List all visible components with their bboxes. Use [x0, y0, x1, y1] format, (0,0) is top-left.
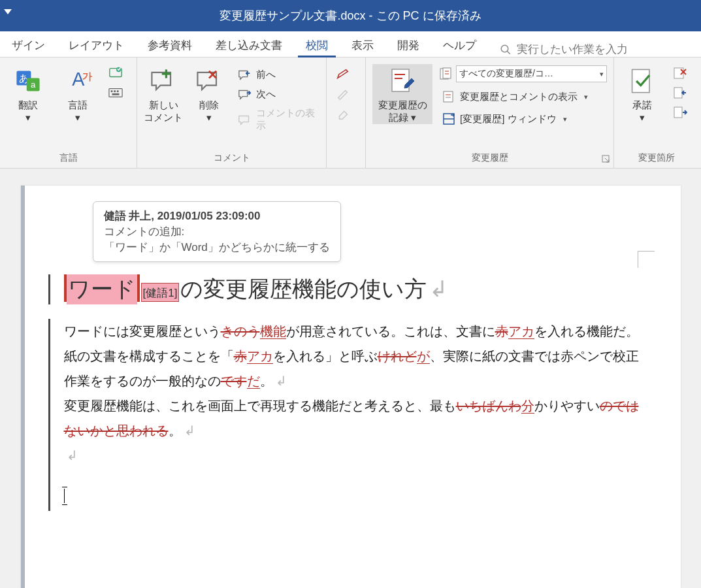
- comment-tooltip: 健語 井上, 2019/01/05 23:09:00 コメントの追加: 「ワード…: [93, 201, 341, 262]
- svg-rect-32: [632, 69, 649, 92]
- title-save-state: この PC に保存済み: [376, 8, 481, 24]
- heading-rest[interactable]: の変更履歴機能の使い方: [180, 274, 427, 304]
- tooltip-text: 「ワード」か「Word」かどちらかに統一する: [104, 240, 330, 255]
- svg-text:가: 가: [82, 71, 92, 82]
- accessibility-icon: [108, 67, 123, 80]
- document-canvas[interactable]: 健語 井上, 2019/01/05 23:09:00 コメントの追加: 「ワード…: [0, 169, 701, 588]
- svg-rect-37: [674, 107, 682, 118]
- group-label-comments: コメント: [144, 150, 319, 168]
- document-page[interactable]: 健語 井上, 2019/01/05 23:09:00 コメントの追加: 「ワード…: [21, 186, 681, 588]
- group-tracking: 変更履歴の 記録 ▾ すべての変更履歴/コ… ▾ 変更履歴とコメントの表示 ▾: [366, 57, 614, 168]
- svg-rect-19: [392, 69, 409, 91]
- heading-highlight[interactable]: ワード: [67, 274, 137, 304]
- tab-developer[interactable]: 開発: [385, 33, 431, 57]
- previous-comment-button[interactable]: 前へ: [235, 67, 319, 82]
- pencil-icon: [336, 88, 350, 101]
- group-label-tracking: 変更履歴: [372, 150, 607, 168]
- tell-me-placeholder: 実行したい作業を入力: [517, 42, 628, 57]
- svg-line-1: [507, 51, 510, 54]
- accessibility-button[interactable]: [106, 65, 125, 81]
- new-comment-icon: [149, 67, 178, 95]
- comment-anchor-bar: [137, 274, 140, 302]
- display-mode-icon: [439, 67, 452, 80]
- next-comment-button[interactable]: 次へ: [235, 86, 319, 102]
- previous-change-button[interactable]: [670, 85, 690, 101]
- svg-rect-12: [114, 90, 116, 92]
- track-changes-icon: [388, 67, 417, 95]
- document-heading[interactable]: ワード [健語1] の変更履歴機能の使い方 ↲: [48, 274, 642, 304]
- translate-button[interactable]: あa 翻訳▾: [7, 64, 50, 124]
- keyboard-icon: [108, 86, 123, 99]
- track-changes-button[interactable]: 変更履歴の 記録 ▾: [372, 64, 432, 124]
- accept-button[interactable]: 承諾▾: [621, 64, 664, 124]
- reviewing-pane-icon: [442, 112, 456, 125]
- reviewing-pane-button[interactable]: [変更履歴] ウィンドウ ▾: [439, 111, 607, 127]
- tab-view[interactable]: 表示: [340, 33, 385, 57]
- paragraph-1[interactable]: ワードには変更履歴というきのう機能が用意されている。これは、文書に赤アカを入れる…: [64, 319, 642, 393]
- paragraph-mark: ↲: [276, 374, 287, 388]
- next-icon: [238, 88, 252, 101]
- tab-references[interactable]: 参考資料: [136, 33, 204, 57]
- svg-point-0: [501, 45, 508, 52]
- paragraph-mark: ↲: [67, 448, 78, 463]
- tooltip-label: コメントの追加:: [104, 224, 330, 240]
- tab-design[interactable]: ザイン: [0, 33, 57, 57]
- show-markup-icon: [442, 90, 456, 103]
- crop-mark: [638, 251, 655, 268]
- svg-text:a: a: [31, 80, 36, 90]
- group-comments: 新しい コメント 削除▾ 前へ 次へ コメントの表示: [137, 57, 327, 168]
- ribbon: あa 翻訳▾ A가 言語▾ 言語: [0, 57, 701, 169]
- delete-comment-button[interactable]: 削除▾: [189, 64, 229, 124]
- previous-icon: [238, 68, 252, 81]
- text-cursor-line[interactable]: [64, 486, 642, 511]
- paragraph-empty[interactable]: ↲: [64, 443, 642, 468]
- translate-icon: あa: [14, 67, 42, 95]
- language-button[interactable]: A가 言語▾: [56, 64, 99, 124]
- tab-layout[interactable]: レイアウト: [57, 33, 136, 57]
- title-filename: 変更履歴サンプル文書.docx: [220, 8, 365, 24]
- tracking-launcher[interactable]: [602, 155, 611, 164]
- qat-dropdown-icon[interactable]: [4, 9, 12, 14]
- ink-pencil-button: [333, 86, 353, 102]
- show-comments-button: コメントの表示: [235, 106, 319, 133]
- ink-eraser-button: [333, 106, 353, 122]
- group-label-language: 言語: [7, 150, 130, 168]
- ink-pen-button[interactable]: [333, 67, 353, 82]
- group-changes: 承諾▾ 変更箇所: [614, 57, 699, 168]
- next-change-button[interactable]: [670, 105, 690, 120]
- svg-rect-11: [111, 90, 113, 92]
- accept-icon: [628, 67, 657, 95]
- delete-comment-icon: [195, 67, 223, 95]
- svg-rect-23: [443, 68, 451, 78]
- group-language: あa 翻訳▾ A가 言語▾ 言語: [0, 57, 137, 168]
- tell-me-search[interactable]: 実行したい作業を入力: [488, 42, 628, 57]
- chevron-down-icon: ▾: [596, 70, 604, 78]
- eraser-icon: [336, 107, 350, 120]
- svg-rect-13: [117, 90, 119, 92]
- paragraph-2[interactable]: 変更履歴機能は、これを画面上で再現する機能だと考えると、最もいちばんわ分かりやす…: [64, 393, 642, 443]
- show-markup-button[interactable]: 変更履歴とコメントの表示 ▾: [439, 89, 607, 105]
- pen-icon: [336, 68, 350, 81]
- tab-review[interactable]: 校閲: [294, 33, 340, 57]
- tab-help[interactable]: ヘルプ: [431, 33, 488, 57]
- tab-mailings[interactable]: 差し込み文書: [204, 33, 294, 57]
- search-icon: [500, 44, 512, 56]
- display-mode-dropdown[interactable]: すべての変更履歴/コ… ▾: [456, 65, 607, 82]
- group-label-changes: 変更箇所: [621, 150, 693, 168]
- paragraph-mark: ↲: [184, 423, 195, 438]
- document-body[interactable]: ワードには変更履歴というきのう機能が用意されている。これは、文書に赤アカを入れる…: [48, 319, 642, 511]
- group-ink: [327, 57, 366, 168]
- language-icon: A가: [63, 67, 92, 95]
- text-cursor: [64, 489, 65, 503]
- paragraph-mark: ↲: [429, 276, 448, 302]
- svg-rect-26: [444, 91, 453, 102]
- next-change-icon: [673, 106, 687, 119]
- tooltip-author: 健語 井上, 2019/01/05 23:09:00: [104, 208, 330, 224]
- svg-rect-10: [109, 89, 122, 97]
- ribbon-tabs: ザイン レイアウト 参考資料 差し込み文書 校閲 表示 開発 ヘルプ 実行したい…: [0, 31, 701, 57]
- comment-reference[interactable]: [健語1]: [141, 283, 180, 302]
- svg-rect-36: [674, 88, 682, 98]
- new-comment-button[interactable]: 新しい コメント: [144, 64, 183, 124]
- reject-button[interactable]: [670, 65, 690, 81]
- keyboard-button[interactable]: [106, 85, 125, 101]
